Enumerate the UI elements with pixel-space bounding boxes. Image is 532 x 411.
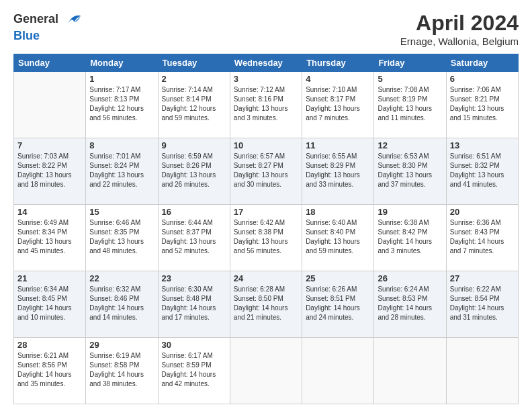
table-row xyxy=(14,72,86,138)
table-row: 22Sunrise: 6:32 AMSunset: 8:46 PMDayligh… xyxy=(86,271,158,338)
day-number: 30 xyxy=(162,340,226,350)
table-row: 5Sunrise: 7:08 AMSunset: 8:19 PMDaylight… xyxy=(374,72,446,138)
day-info: Sunrise: 7:08 AMSunset: 8:19 PMDaylight:… xyxy=(378,85,442,123)
table-row: 18Sunrise: 6:40 AMSunset: 8:40 PMDayligh… xyxy=(302,205,374,271)
day-number: 15 xyxy=(89,207,154,217)
table-row: 14Sunrise: 6:49 AMSunset: 8:34 PMDayligh… xyxy=(14,205,86,271)
day-info: Sunrise: 7:01 AMSunset: 8:24 PMDaylight:… xyxy=(89,152,154,189)
day-info: Sunrise: 6:42 AMSunset: 8:38 PMDaylight:… xyxy=(234,218,298,256)
table-row: 7Sunrise: 7:03 AMSunset: 8:22 PMDaylight… xyxy=(14,138,86,205)
table-row: 25Sunrise: 6:26 AMSunset: 8:51 PMDayligh… xyxy=(302,271,374,338)
col-monday: Monday xyxy=(86,54,158,72)
day-number: 24 xyxy=(234,273,298,283)
day-number: 2 xyxy=(162,74,226,84)
table-row: 24Sunrise: 6:28 AMSunset: 8:50 PMDayligh… xyxy=(230,271,302,338)
day-info: Sunrise: 6:26 AMSunset: 8:51 PMDaylight:… xyxy=(306,285,370,322)
col-sunday: Sunday xyxy=(14,54,86,72)
table-row: 8Sunrise: 7:01 AMSunset: 8:24 PMDaylight… xyxy=(86,138,158,205)
day-number: 22 xyxy=(89,273,154,283)
day-info: Sunrise: 6:55 AMSunset: 8:29 PMDaylight:… xyxy=(306,152,370,189)
day-number: 3 xyxy=(234,74,298,84)
day-number: 8 xyxy=(89,140,154,150)
day-info: Sunrise: 6:46 AMSunset: 8:35 PMDaylight:… xyxy=(89,218,154,256)
table-row: 23Sunrise: 6:30 AMSunset: 8:48 PMDayligh… xyxy=(158,271,230,338)
day-info: Sunrise: 6:44 AMSunset: 8:37 PMDaylight:… xyxy=(162,218,226,256)
day-number: 29 xyxy=(89,340,154,350)
day-info: Sunrise: 6:24 AMSunset: 8:53 PMDaylight:… xyxy=(378,285,442,322)
day-number: 19 xyxy=(378,207,442,217)
table-row: 30Sunrise: 6:17 AMSunset: 8:59 PMDayligh… xyxy=(158,338,230,404)
day-info: Sunrise: 7:12 AMSunset: 8:16 PMDaylight:… xyxy=(234,85,298,123)
day-info: Sunrise: 6:30 AMSunset: 8:48 PMDaylight:… xyxy=(162,285,226,322)
table-row: 28Sunrise: 6:21 AMSunset: 8:56 PMDayligh… xyxy=(14,338,86,404)
day-number: 7 xyxy=(17,140,82,150)
table-row: 20Sunrise: 6:36 AMSunset: 8:43 PMDayligh… xyxy=(446,205,518,271)
calendar-week-row: 14Sunrise: 6:49 AMSunset: 8:34 PMDayligh… xyxy=(14,205,519,271)
day-number: 16 xyxy=(162,207,226,217)
table-row: 16Sunrise: 6:44 AMSunset: 8:37 PMDayligh… xyxy=(158,205,230,271)
title-section: April 2024 Ernage, Wallonia, Belgium xyxy=(400,11,519,47)
day-number: 1 xyxy=(89,74,154,84)
table-row: 19Sunrise: 6:38 AMSunset: 8:42 PMDayligh… xyxy=(374,205,446,271)
day-number: 21 xyxy=(17,273,82,283)
day-info: Sunrise: 6:17 AMSunset: 8:59 PMDaylight:… xyxy=(162,351,226,389)
day-number: 6 xyxy=(450,74,515,84)
day-info: Sunrise: 6:36 AMSunset: 8:43 PMDaylight:… xyxy=(450,218,515,256)
day-number: 25 xyxy=(306,273,370,283)
day-info: Sunrise: 6:34 AMSunset: 8:45 PMDaylight:… xyxy=(17,285,82,322)
logo-blue: Blue xyxy=(13,30,82,43)
table-row: 26Sunrise: 6:24 AMSunset: 8:53 PMDayligh… xyxy=(374,271,446,338)
col-saturday: Saturday xyxy=(446,54,518,72)
day-info: Sunrise: 6:19 AMSunset: 8:58 PMDaylight:… xyxy=(89,351,154,389)
day-info: Sunrise: 7:10 AMSunset: 8:17 PMDaylight:… xyxy=(306,85,370,123)
col-wednesday: Wednesday xyxy=(230,54,302,72)
day-info: Sunrise: 6:28 AMSunset: 8:50 PMDaylight:… xyxy=(234,285,298,322)
table-row: 15Sunrise: 6:46 AMSunset: 8:35 PMDayligh… xyxy=(86,205,158,271)
day-number: 13 xyxy=(450,140,515,150)
month-title: April 2024 xyxy=(400,11,519,36)
calendar-week-row: 28Sunrise: 6:21 AMSunset: 8:56 PMDayligh… xyxy=(14,338,519,404)
table-row: 6Sunrise: 7:06 AMSunset: 8:21 PMDaylight… xyxy=(446,72,518,138)
calendar-week-row: 21Sunrise: 6:34 AMSunset: 8:45 PMDayligh… xyxy=(14,271,519,338)
table-row: 11Sunrise: 6:55 AMSunset: 8:29 PMDayligh… xyxy=(302,138,374,205)
day-info: Sunrise: 6:32 AMSunset: 8:46 PMDaylight:… xyxy=(89,285,154,322)
day-number: 9 xyxy=(162,140,226,150)
table-row: 3Sunrise: 7:12 AMSunset: 8:16 PMDaylight… xyxy=(230,72,302,138)
day-info: Sunrise: 6:51 AMSunset: 8:32 PMDaylight:… xyxy=(450,152,515,189)
table-row: 29Sunrise: 6:19 AMSunset: 8:58 PMDayligh… xyxy=(86,338,158,404)
day-number: 11 xyxy=(306,140,370,150)
day-number: 23 xyxy=(162,273,226,283)
table-row: 10Sunrise: 6:57 AMSunset: 8:27 PMDayligh… xyxy=(230,138,302,205)
col-friday: Friday xyxy=(374,54,446,72)
table-row: 2Sunrise: 7:14 AMSunset: 8:14 PMDaylight… xyxy=(158,72,230,138)
day-info: Sunrise: 7:17 AMSunset: 8:13 PMDaylight:… xyxy=(89,85,154,123)
day-info: Sunrise: 6:21 AMSunset: 8:56 PMDaylight:… xyxy=(17,351,82,389)
day-info: Sunrise: 6:22 AMSunset: 8:54 PMDaylight:… xyxy=(450,285,515,322)
day-info: Sunrise: 6:59 AMSunset: 8:26 PMDaylight:… xyxy=(162,152,226,189)
logo: General Blue xyxy=(13,11,82,43)
table-row xyxy=(230,338,302,404)
day-info: Sunrise: 7:03 AMSunset: 8:22 PMDaylight:… xyxy=(17,152,82,189)
day-number: 12 xyxy=(378,140,442,150)
col-thursday: Thursday xyxy=(302,54,374,72)
day-info: Sunrise: 6:57 AMSunset: 8:27 PMDaylight:… xyxy=(234,152,298,189)
table-row: 17Sunrise: 6:42 AMSunset: 8:38 PMDayligh… xyxy=(230,205,302,271)
day-info: Sunrise: 6:49 AMSunset: 8:34 PMDaylight:… xyxy=(17,218,82,256)
calendar-table: Sunday Monday Tuesday Wednesday Thursday… xyxy=(13,54,519,404)
table-row: 1Sunrise: 7:17 AMSunset: 8:13 PMDaylight… xyxy=(86,72,158,138)
calendar-header-row: Sunday Monday Tuesday Wednesday Thursday… xyxy=(14,54,519,72)
table-row: 9Sunrise: 6:59 AMSunset: 8:26 PMDaylight… xyxy=(158,138,230,205)
day-info: Sunrise: 6:53 AMSunset: 8:30 PMDaylight:… xyxy=(378,152,442,189)
day-info: Sunrise: 6:38 AMSunset: 8:42 PMDaylight:… xyxy=(378,218,442,256)
day-info: Sunrise: 7:06 AMSunset: 8:21 PMDaylight:… xyxy=(450,85,515,123)
table-row: 13Sunrise: 6:51 AMSunset: 8:32 PMDayligh… xyxy=(446,138,518,205)
day-number: 5 xyxy=(378,74,442,84)
day-number: 17 xyxy=(234,207,298,217)
table-row: 27Sunrise: 6:22 AMSunset: 8:54 PMDayligh… xyxy=(446,271,518,338)
day-number: 20 xyxy=(450,207,515,217)
table-row xyxy=(446,338,518,404)
day-info: Sunrise: 6:40 AMSunset: 8:40 PMDaylight:… xyxy=(306,218,370,256)
table-row: 21Sunrise: 6:34 AMSunset: 8:45 PMDayligh… xyxy=(14,271,86,338)
page-header: General Blue April 2024 Ernage, Wallonia… xyxy=(13,11,519,47)
day-number: 18 xyxy=(306,207,370,217)
